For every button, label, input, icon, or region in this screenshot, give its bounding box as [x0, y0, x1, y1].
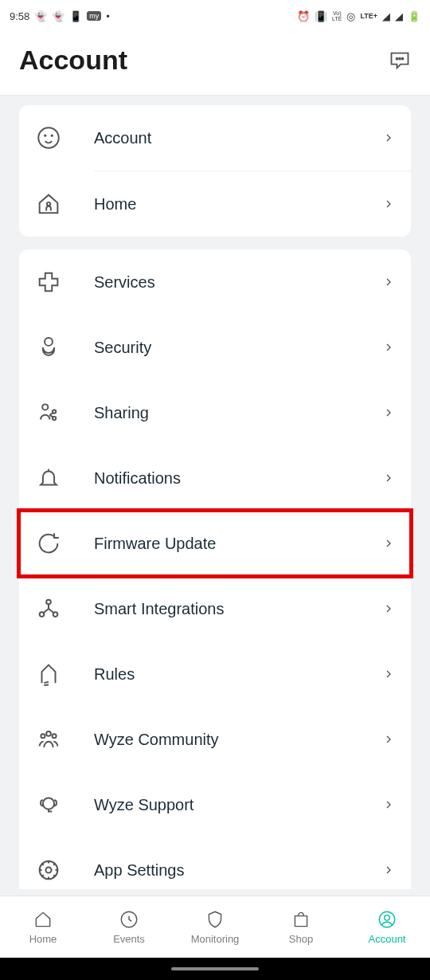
svg-point-7	[45, 338, 53, 346]
settings-group: Account Home	[19, 105, 411, 237]
svg-point-6	[47, 202, 50, 206]
row-label: Sharing	[94, 404, 382, 422]
signal-icon: ◢	[395, 10, 403, 22]
chevron-right-icon	[382, 668, 395, 680]
nav-label: Account	[369, 933, 406, 945]
app-icon: my	[87, 11, 101, 21]
row-security[interactable]: Security	[19, 315, 411, 380]
alarm-icon: ⏰	[297, 10, 310, 22]
home-icon	[33, 909, 53, 930]
svg-point-14	[46, 731, 51, 736]
row-label: Smart Integrations	[94, 600, 382, 618]
chevron-right-icon	[382, 276, 395, 288]
status-time: 9:58	[10, 10, 29, 22]
svg-point-16	[53, 734, 57, 738]
nav-home[interactable]: Home	[0, 896, 86, 958]
row-label: Wyze Community	[94, 731, 382, 749]
chevron-right-icon	[382, 798, 395, 811]
nav-account[interactable]: Account	[344, 896, 430, 958]
plus-medical-icon	[35, 269, 62, 296]
battery-icon: 🔋	[408, 10, 420, 22]
shield-icon	[205, 909, 225, 930]
support-icon	[35, 791, 62, 818]
signal-icon: ◢	[382, 10, 390, 22]
row-label: App Settings	[94, 861, 382, 880]
page-title: Account	[19, 45, 127, 76]
refresh-icon	[35, 530, 62, 557]
nav-label: Monitoring	[191, 933, 240, 945]
svg-point-2	[402, 57, 404, 59]
svg-point-19	[45, 867, 51, 872]
lte-icon: LTE+	[360, 12, 377, 20]
clock-icon	[119, 909, 139, 930]
chevron-right-icon	[382, 472, 395, 484]
snapchat-icon: 👻	[52, 10, 64, 22]
row-label: Firmware Update	[94, 535, 382, 553]
row-label: Services	[94, 273, 382, 292]
dot-icon: •	[106, 10, 110, 22]
home-handle[interactable]	[171, 967, 259, 970]
row-services[interactable]: Services	[19, 249, 411, 315]
hotspot-icon: ◎	[346, 10, 355, 22]
chevron-right-icon	[382, 537, 395, 550]
row-app-settings[interactable]: App Settings	[19, 837, 411, 889]
svg-point-22	[385, 915, 390, 921]
nav-events[interactable]: Events	[86, 896, 172, 958]
settings-group: Services Security Sharing Notifications	[19, 249, 411, 889]
row-label: Home	[94, 195, 382, 214]
android-nav-bar[interactable]	[0, 958, 430, 980]
svg-point-15	[41, 734, 45, 738]
vibrate-icon: 📳	[315, 10, 327, 22]
share-person-icon	[35, 399, 62, 426]
row-wyze-support[interactable]: Wyze Support	[19, 772, 411, 837]
row-label: Wyze Support	[94, 796, 382, 814]
chevron-right-icon	[382, 406, 395, 419]
svg-point-1	[399, 57, 401, 59]
person-circle-icon	[377, 909, 397, 930]
row-label: Rules	[94, 665, 382, 684]
chevron-right-icon	[382, 341, 395, 354]
row-firmware-update[interactable]: Firmware Update	[19, 511, 411, 576]
chevron-right-icon	[382, 198, 395, 210]
community-icon	[35, 726, 62, 753]
chevron-right-icon	[382, 131, 395, 144]
integrations-icon	[35, 595, 62, 622]
chat-icon[interactable]	[389, 49, 411, 72]
lock-icon	[35, 334, 62, 361]
bell-icon	[35, 465, 62, 492]
row-home[interactable]: Home	[19, 171, 411, 237]
chevron-right-icon	[382, 602, 395, 615]
row-wyze-community[interactable]: Wyze Community	[19, 707, 411, 772]
house-person-icon	[35, 190, 62, 218]
nav-label: Shop	[289, 933, 313, 945]
status-bar: 9:58 👻 👻 📱 my • ⏰ 📳 Vo) LTE ◎ LTE+ ◢ ◢ 🔋	[0, 0, 430, 32]
content-scroll[interactable]: Account Home Services Security	[0, 96, 430, 889]
row-label: Security	[94, 339, 382, 357]
page-header: Account	[0, 32, 430, 96]
gear-icon	[35, 857, 62, 884]
snapchat-icon: 👻	[34, 10, 47, 22]
row-account[interactable]: Account	[19, 105, 411, 171]
svg-point-17	[43, 798, 54, 809]
chevron-right-icon	[382, 864, 395, 876]
svg-point-8	[42, 404, 48, 410]
row-rules[interactable]: Rules	[19, 641, 411, 707]
nav-monitoring[interactable]: Monitoring	[172, 896, 258, 958]
nav-label: Home	[29, 933, 57, 945]
rules-icon	[35, 661, 62, 688]
row-notifications[interactable]: Notifications	[19, 445, 411, 511]
phone-sync-icon: 📱	[69, 10, 82, 22]
bottom-nav: Home Events Monitoring Shop Account	[0, 896, 430, 958]
nav-label: Events	[113, 933, 145, 945]
chevron-right-icon	[382, 733, 395, 746]
svg-point-5	[52, 135, 53, 135]
row-smart-integrations[interactable]: Smart Integrations	[19, 576, 411, 641]
volte-icon: Vo) LTE	[332, 10, 342, 22]
smiley-icon	[35, 124, 62, 151]
row-sharing[interactable]: Sharing	[19, 380, 411, 445]
bag-icon	[291, 909, 311, 930]
nav-shop[interactable]: Shop	[258, 896, 344, 958]
row-label: Account	[94, 129, 382, 147]
svg-point-3	[38, 127, 59, 148]
svg-point-4	[45, 135, 45, 135]
